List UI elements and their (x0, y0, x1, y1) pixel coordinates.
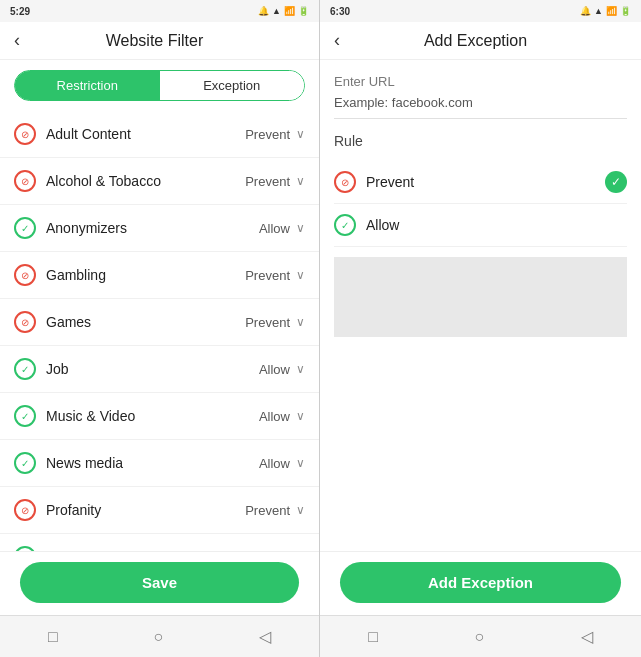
left-header: ‹ Website Filter (0, 22, 319, 60)
exception-content: Enter URL Example: facebook.com Rule ⊘ P… (320, 60, 641, 551)
left-phone-screen: 5:29 🔔 ▲ 📶 🔋 ‹ Website Filter Restrictio… (0, 0, 320, 657)
filter-chevron-7: ∨ (296, 456, 305, 470)
right-nav-square[interactable]: □ (368, 628, 378, 646)
left-back-button[interactable]: ‹ (14, 30, 20, 51)
prevent-rule-icon: ⊘ (334, 171, 356, 193)
left-nav-triangle[interactable]: ◁ (259, 627, 271, 646)
filter-name-5: Job (46, 361, 259, 377)
filter-name-4: Games (46, 314, 245, 330)
allow-rule-icon: ✓ (334, 214, 356, 236)
filter-name-1: Alcohol & Tobacco (46, 173, 245, 189)
allow-rule-label: Allow (366, 217, 627, 233)
filter-item[interactable]: ✓ News media Allow ∨ (0, 440, 319, 487)
filter-item[interactable]: ✓ Music & Video Allow ∨ (0, 393, 319, 440)
filter-chevron-3: ∨ (296, 268, 305, 282)
right-nav-triangle[interactable]: ◁ (581, 627, 593, 646)
filter-name-7: News media (46, 455, 259, 471)
prevent-rule-check: ✓ (605, 171, 627, 193)
filter-item[interactable]: ⊘ Adult Content Prevent ∨ (0, 111, 319, 158)
save-area: Save (0, 551, 319, 615)
left-header-title: Website Filter (28, 32, 281, 50)
filter-chevron-2: ∨ (296, 221, 305, 235)
filter-name-6: Music & Video (46, 408, 259, 424)
filter-status-4: Prevent (245, 315, 290, 330)
left-nav-square[interactable]: □ (48, 628, 58, 646)
filter-item[interactable]: ⊘ Alcohol & Tobacco Prevent ∨ (0, 158, 319, 205)
filter-status-3: Prevent (245, 268, 290, 283)
filter-icon-3: ⊘ (14, 264, 36, 286)
filter-chevron-8: ∨ (296, 503, 305, 517)
restriction-tab[interactable]: Restriction (15, 71, 160, 100)
right-nav-circle[interactable]: ○ (474, 628, 484, 646)
filter-status-8: Prevent (245, 503, 290, 518)
filter-icon-8: ⊘ (14, 499, 36, 521)
left-status-bar: 5:29 🔔 ▲ 📶 🔋 (0, 0, 319, 22)
filter-item[interactable]: ✓ Job Allow ∨ (0, 346, 319, 393)
filter-icon-5: ✓ (14, 358, 36, 380)
filter-status-5: Allow (259, 362, 290, 377)
left-status-icons: 🔔 ▲ 📶 🔋 (258, 6, 309, 16)
filter-name-8: Profanity (46, 502, 245, 518)
filter-item[interactable]: ⊘ Games Prevent ∨ (0, 299, 319, 346)
filter-icon-1: ⊘ (14, 170, 36, 192)
battery-icon: 🔋 (298, 6, 309, 16)
right-back-button[interactable]: ‹ (334, 30, 340, 51)
filter-icon-0: ⊘ (14, 123, 36, 145)
left-nav-bar: □ ○ ◁ (0, 615, 319, 657)
filter-chevron-6: ∨ (296, 409, 305, 423)
grey-area (334, 257, 627, 337)
right-header-title: Add Exception (348, 32, 603, 50)
left-toggle-tabs: Restriction Exception (14, 70, 305, 101)
filter-status-2: Allow (259, 221, 290, 236)
url-example: Example: facebook.com (334, 95, 627, 119)
right-wifi-icon: ▲ (594, 6, 603, 16)
rule-label: Rule (334, 133, 627, 149)
filter-status-1: Prevent (245, 174, 290, 189)
filter-chevron-5: ∨ (296, 362, 305, 376)
filter-chevron-4: ∨ (296, 315, 305, 329)
add-exception-button[interactable]: Add Exception (340, 562, 621, 603)
filter-status-6: Allow (259, 409, 290, 424)
filter-item[interactable]: ⊘ Gambling Prevent ∨ (0, 252, 319, 299)
filter-icon-6: ✓ (14, 405, 36, 427)
filter-name-2: Anonymizers (46, 220, 259, 236)
filter-item[interactable]: ✓ Anonymizers Allow ∨ (0, 205, 319, 252)
allow-rule-option[interactable]: ✓ Allow (334, 204, 627, 247)
exception-tab[interactable]: Exception (160, 71, 305, 100)
right-nav-bar: □ ○ ◁ (320, 615, 641, 657)
left-nav-circle[interactable]: ○ (153, 628, 163, 646)
save-button[interactable]: Save (20, 562, 299, 603)
filter-chevron-0: ∨ (296, 127, 305, 141)
wifi-icon: ▲ (272, 6, 281, 16)
filter-chevron-1: ∨ (296, 174, 305, 188)
url-label: Enter URL (334, 74, 627, 89)
filter-status-7: Allow (259, 456, 290, 471)
prevent-rule-option[interactable]: ⊘ Prevent ✓ (334, 161, 627, 204)
signal-icon: 📶 (284, 6, 295, 16)
right-phone-screen: 6:30 🔔 ▲ 📶 🔋 ‹ Add Exception Enter URL E… (320, 0, 641, 657)
right-status-icons: 🔔 ▲ 📶 🔋 (580, 6, 631, 16)
filter-status-0: Prevent (245, 127, 290, 142)
right-signal-icon: 📶 (606, 6, 617, 16)
filter-name-0: Adult Content (46, 126, 245, 142)
right-battery-icon: 🔋 (620, 6, 631, 16)
filter-icon-2: ✓ (14, 217, 36, 239)
notification-icon: 🔔 (258, 6, 269, 16)
filter-icon-4: ⊘ (14, 311, 36, 333)
right-time: 6:30 (330, 6, 350, 17)
filter-list: ⊘ Adult Content Prevent ∨ ⊘ Alcohol & To… (0, 111, 319, 551)
left-time: 5:29 (10, 6, 30, 17)
filter-item[interactable]: ✓ Religions Allow ∨ (0, 534, 319, 551)
right-notification-icon: 🔔 (580, 6, 591, 16)
right-status-bar: 6:30 🔔 ▲ 📶 🔋 (320, 0, 641, 22)
filter-name-3: Gambling (46, 267, 245, 283)
filter-icon-7: ✓ (14, 452, 36, 474)
prevent-rule-label: Prevent (366, 174, 605, 190)
add-exception-area: Add Exception (320, 551, 641, 615)
filter-item[interactable]: ⊘ Profanity Prevent ∨ (0, 487, 319, 534)
right-header: ‹ Add Exception (320, 22, 641, 60)
